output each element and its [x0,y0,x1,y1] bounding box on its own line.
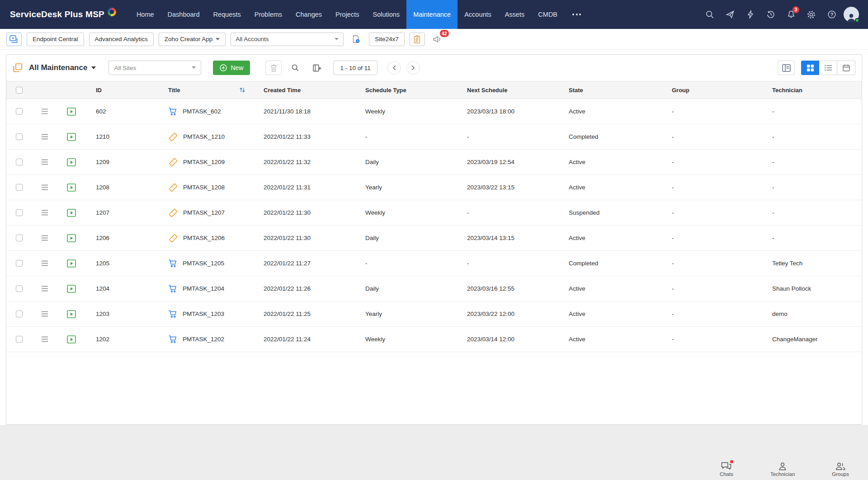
task-title-link[interactable]: PMTASK_1210 [183,133,225,140]
footer-strip: ChatsTechnicianGroups [0,425,868,480]
history-icon[interactable] [762,6,779,23]
col-group[interactable]: Group [661,87,761,94]
row-execute-icon[interactable] [58,184,85,192]
paper-plane-icon[interactable] [722,6,738,23]
nav-item-changes[interactable]: Changes [289,0,329,29]
search-icon[interactable] [701,6,718,23]
user-avatar[interactable] [844,7,859,22]
search-list-button[interactable] [287,61,303,75]
row-checkbox[interactable] [6,311,32,317]
col-schedule-type[interactable]: Schedule Type [354,87,456,94]
col-next-schedule[interactable]: Next Schedule [456,87,558,94]
row-actions-menu-icon[interactable] [32,159,58,165]
row-next-schedule: 2023/03/14 13:15 [456,235,558,241]
col-created-time[interactable]: Created Time [253,87,354,94]
notifications-bell-icon[interactable]: 3 [783,6,799,23]
account-info-button[interactable]: i [349,33,364,46]
row-checkbox[interactable] [6,159,32,165]
row-execute-icon[interactable] [58,335,85,344]
task-title-link[interactable]: PMTASK_1202 [183,336,224,343]
row-checkbox[interactable] [6,108,32,115]
dock-item-groups[interactable]: Groups [832,461,849,477]
sites-filter-select[interactable]: All Sites [108,61,201,75]
view-title-dropdown[interactable]: All Maintenance [29,63,96,72]
app-logo[interactable]: ServiceDesk Plus MSP [0,0,130,29]
settings-gear-icon[interactable] [803,6,820,23]
nav-item-maintenance[interactable]: Maintenance [406,0,458,29]
row-execute-icon[interactable] [58,133,85,141]
row-actions-menu-icon[interactable] [32,108,58,114]
col-technician[interactable]: Technician [761,87,862,94]
clipboard-button[interactable] [410,33,425,46]
row-actions-menu-icon[interactable] [32,235,58,241]
row-actions-menu-icon[interactable] [32,210,58,216]
task-title-link[interactable]: PMTASK_1205 [183,260,224,267]
task-title-link[interactable]: PMTASK_1203 [183,311,224,317]
zoho-creator-app-button[interactable]: Zoho Creator App [159,33,226,46]
row-execute-icon[interactable] [58,285,85,293]
row-checkbox[interactable] [6,235,32,241]
new-button[interactable]: New [213,61,250,75]
task-title-link[interactable]: PMTASK_1209 [183,159,225,165]
nav-item-problems[interactable]: Problems [248,0,289,29]
list-view-button[interactable] [819,61,837,75]
row-execute-icon[interactable] [58,158,85,166]
dock-item-chats[interactable]: Chats [720,461,733,477]
nav-item-requests[interactable]: Requests [207,0,248,29]
row-execute-icon[interactable] [58,310,85,318]
col-id[interactable]: ID [85,87,157,94]
row-actions-menu-icon[interactable] [32,336,58,342]
row-execute-icon[interactable] [58,209,85,217]
announcements-button[interactable]: 42 [430,32,445,47]
row-checkbox[interactable] [6,209,32,216]
nav-item-assets[interactable]: Assets [498,0,532,29]
task-title-link[interactable]: PMTASK_1206 [183,235,225,241]
col-state[interactable]: State [558,87,661,94]
row-execute-icon[interactable] [58,259,85,268]
row-execute-icon[interactable] [58,108,85,116]
row-checkbox[interactable] [6,260,32,267]
advanced-analytics-button[interactable]: Advanced Analytics [89,33,154,46]
task-title-link[interactable]: PMTASK_1208 [183,184,225,191]
task-title-link[interactable]: PMTASK_602 [183,108,221,115]
lightning-icon[interactable] [742,6,759,23]
dock-item-technician[interactable]: Technician [770,461,795,477]
col-title[interactable]: Title [157,87,253,94]
nav-item-accounts[interactable]: Accounts [458,0,498,29]
grid-view-button[interactable] [801,61,819,75]
row-actions-menu-icon[interactable] [32,286,58,292]
nav-item-home[interactable]: Home [130,0,161,29]
nav-item-cmdb[interactable]: CMDB [531,0,564,29]
help-icon[interactable]: ? [823,6,840,23]
task-title-link[interactable]: PMTASK_1204 [183,285,224,292]
delete-button[interactable] [265,61,282,75]
row-execute-icon[interactable] [58,234,85,242]
row-checkbox[interactable] [6,336,32,343]
row-checkbox[interactable] [6,133,32,140]
nav-item-projects[interactable]: Projects [329,0,366,29]
prev-page-button[interactable] [387,61,401,75]
row-actions-menu-icon[interactable] [32,184,58,190]
row-actions-menu-icon[interactable] [32,260,58,266]
row-created-time: 2022/01/22 11:33 [253,133,354,140]
row-checkbox[interactable] [6,184,32,191]
nav-item-dashboard[interactable]: Dashboard [161,0,207,29]
endpoint-central-button[interactable]: Endpoint Central [27,33,84,46]
row-checkbox[interactable] [6,285,32,292]
all-accounts-select[interactable]: All Accounts [231,33,344,46]
row-actions-menu-icon[interactable] [32,311,58,317]
row-actions-menu-icon[interactable] [32,134,58,140]
sort-icon[interactable] [239,87,245,93]
next-page-button[interactable] [406,61,420,75]
row-state: Suspended [558,209,661,216]
nav-item-solutions[interactable]: Solutions [366,0,406,29]
site24x7-button[interactable]: Site24x7 [369,33,405,46]
nav-more-button[interactable] [564,0,589,29]
apps-launcher-button[interactable] [6,33,22,46]
chevron-down-icon [335,38,339,41]
calendar-view-button[interactable] [837,61,855,75]
task-title-link[interactable]: PMTASK_1207 [183,209,225,216]
board-view-button[interactable] [778,61,795,75]
select-all-checkbox[interactable] [6,87,32,94]
column-chooser-button[interactable] [309,61,325,75]
